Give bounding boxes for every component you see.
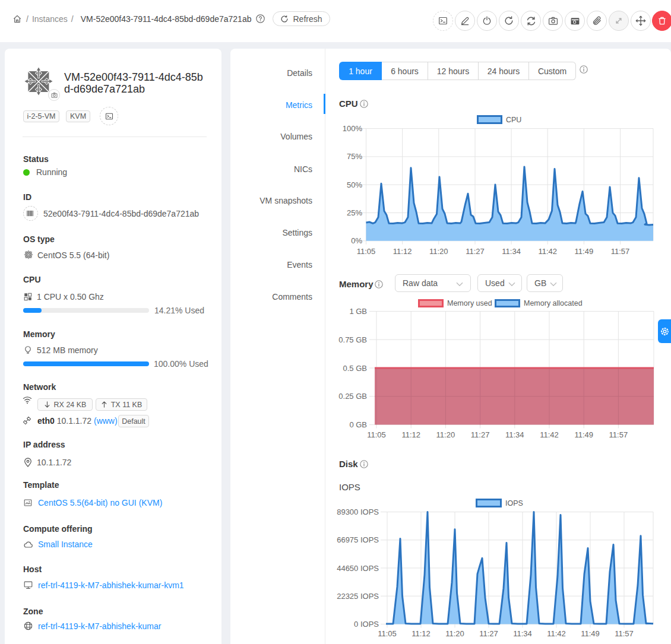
svg-text:11:20: 11:20 xyxy=(429,247,448,256)
svg-text:11:57: 11:57 xyxy=(611,247,630,256)
svg-text:11:20: 11:20 xyxy=(445,629,464,638)
svg-text:11:49: 11:49 xyxy=(575,247,594,256)
svg-text:75%: 75% xyxy=(347,152,362,161)
svg-text:11:12: 11:12 xyxy=(401,430,420,439)
svg-text:11:27: 11:27 xyxy=(471,430,490,439)
svg-text:11:34: 11:34 xyxy=(505,430,524,439)
svg-text:89300 IOPS: 89300 IOPS xyxy=(337,507,379,516)
svg-text:11:42: 11:42 xyxy=(538,247,557,256)
svg-text:50%: 50% xyxy=(347,180,362,189)
svg-text:25%: 25% xyxy=(347,208,362,217)
svg-text:11:49: 11:49 xyxy=(574,430,593,439)
svg-text:0.75 GB: 0.75 GB xyxy=(338,335,367,344)
svg-text:0%: 0% xyxy=(351,236,362,245)
svg-text:0.5 GB: 0.5 GB xyxy=(343,364,367,373)
svg-text:11:57: 11:57 xyxy=(615,629,634,638)
svg-text:11:12: 11:12 xyxy=(393,247,412,256)
svg-text:22325 IOPS: 22325 IOPS xyxy=(337,592,379,601)
svg-text:11:42: 11:42 xyxy=(547,629,566,638)
svg-text:100%: 100% xyxy=(343,124,363,133)
svg-text:11:34: 11:34 xyxy=(513,629,532,638)
svg-text:44650 IOPS: 44650 IOPS xyxy=(337,564,379,573)
svg-text:11:49: 11:49 xyxy=(581,629,600,638)
svg-text:11:27: 11:27 xyxy=(479,629,498,638)
svg-text:11:05: 11:05 xyxy=(367,430,386,439)
svg-text:11:27: 11:27 xyxy=(466,247,485,256)
svg-text:11:42: 11:42 xyxy=(540,430,559,439)
svg-text:0 IOPS: 0 IOPS xyxy=(354,620,379,629)
svg-text:1 GB: 1 GB xyxy=(349,307,367,316)
svg-text:11:20: 11:20 xyxy=(436,430,455,439)
svg-text:11:12: 11:12 xyxy=(412,629,431,638)
svg-text:0 GB: 0 GB xyxy=(349,420,367,429)
svg-text:11:57: 11:57 xyxy=(609,430,628,439)
svg-text:11:05: 11:05 xyxy=(357,247,376,256)
svg-text:11:05: 11:05 xyxy=(378,629,397,638)
svg-text:11:34: 11:34 xyxy=(502,247,521,256)
svg-text:66975 IOPS: 66975 IOPS xyxy=(337,535,379,544)
svg-text:0.25 GB: 0.25 GB xyxy=(338,392,367,401)
